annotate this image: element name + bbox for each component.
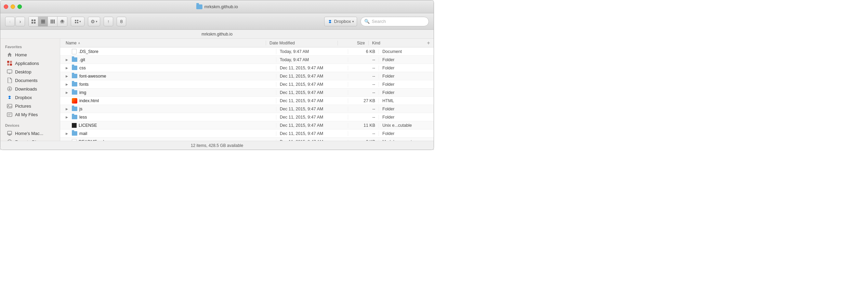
close-button[interactable] bbox=[4, 4, 8, 9]
icon-view-icon bbox=[31, 19, 36, 24]
table-row[interactable]: README.md Dec 11, 2015, 9:47 AM 2 KB Mar… bbox=[60, 138, 434, 141]
svg-rect-4 bbox=[41, 20, 45, 21]
coverflow-view-button[interactable] bbox=[57, 17, 67, 26]
file-date-cell: Dec 11, 2015, 9:47 AM bbox=[276, 66, 348, 70]
file-kind-cell: Folder bbox=[379, 90, 434, 95]
column-view-button[interactable] bbox=[48, 17, 57, 26]
table-row[interactable]: ▶ less Dec 11, 2015, 9:47 AM -- Folder bbox=[60, 113, 434, 121]
file-size-cell: -- bbox=[348, 74, 379, 79]
forward-button[interactable]: › bbox=[15, 17, 25, 26]
sidebar-item-home[interactable]: Home bbox=[2, 51, 58, 59]
table-row[interactable]: ▶ .git Today, 9:47 AM -- Folder bbox=[60, 56, 434, 64]
expand-arrow[interactable]: ▶ bbox=[66, 132, 70, 135]
sidebar-item-dropbox[interactable]: Dropbox bbox=[2, 93, 58, 101]
link-button[interactable] bbox=[117, 17, 126, 26]
svg-rect-3 bbox=[34, 22, 36, 24]
table-row[interactable]: ▶ mail Dec 11, 2015, 9:47 AM -- Folder bbox=[60, 129, 434, 138]
svg-rect-11 bbox=[60, 21, 62, 23]
expand-arrow[interactable]: ▶ bbox=[66, 83, 70, 86]
devices-section-title: Devices bbox=[0, 122, 60, 129]
table-row[interactable]: ▶ css Dec 11, 2015, 9:47 AM -- Folder bbox=[60, 64, 434, 72]
file-date-cell: Dec 11, 2015, 9:47 AM bbox=[276, 98, 348, 103]
add-column-button[interactable]: + bbox=[423, 40, 434, 46]
back-icon: ‹ bbox=[9, 19, 11, 24]
file-kind-cell: Folder bbox=[379, 107, 434, 111]
svg-rect-20 bbox=[7, 61, 9, 63]
sidebar-item-homesmac[interactable]: Home's Mac... bbox=[2, 129, 58, 137]
table-row[interactable]: ▶ font-awesome Dec 11, 2015, 9:47 AM -- … bbox=[60, 72, 434, 80]
table-row[interactable]: index.html Dec 11, 2015, 9:47 AM 27 KB H… bbox=[60, 97, 434, 105]
file-name: css bbox=[79, 66, 86, 70]
svg-rect-2 bbox=[31, 22, 33, 24]
expand-arrow[interactable]: ▶ bbox=[66, 74, 70, 78]
dropbox-button[interactable]: Dropbox ▾ bbox=[324, 17, 357, 26]
sidebar-item-allmyfiles[interactable]: All My Files bbox=[2, 110, 58, 119]
nav-buttons: ‹ › bbox=[5, 17, 25, 26]
sidebar-item-homesmac-label: Home's Mac... bbox=[15, 131, 43, 136]
col-size-header[interactable]: Size bbox=[338, 41, 369, 45]
file-name-cell: ▶ css bbox=[60, 66, 276, 70]
file-rows: .DS_Store Today, 9:47 AM 6 KB Document ▶… bbox=[60, 47, 434, 141]
table-row[interactable]: ▶ fonts Dec 11, 2015, 9:47 AM -- Folder bbox=[60, 80, 434, 88]
expand-arrow[interactable]: ▶ bbox=[66, 66, 70, 70]
list-view-button[interactable] bbox=[38, 17, 48, 26]
file-kind-cell: Folder bbox=[379, 82, 434, 87]
svg-rect-0 bbox=[31, 19, 33, 21]
gear-icon: ⚙ bbox=[91, 19, 95, 24]
applications-icon bbox=[6, 60, 13, 66]
file-date-cell: Dec 11, 2015, 9:47 AM bbox=[276, 82, 348, 87]
expand-arrow[interactable]: ▶ bbox=[66, 91, 70, 94]
expand-arrow[interactable]: ▶ bbox=[66, 107, 70, 111]
sidebar-item-downloads[interactable]: Downloads bbox=[2, 85, 58, 93]
sidebar: Favorites Home Applications bbox=[0, 39, 60, 141]
sidebar-item-documents[interactable]: Documents bbox=[2, 76, 58, 84]
statusbar: 12 items, 428.5 GB available bbox=[0, 141, 434, 150]
minimize-button[interactable] bbox=[11, 4, 15, 9]
sidebar-item-pictures[interactable]: Pictures bbox=[2, 102, 58, 110]
svg-marker-29 bbox=[8, 96, 11, 99]
icon-view-button[interactable] bbox=[29, 17, 38, 26]
expand-arrow[interactable]: ▶ bbox=[66, 58, 70, 62]
sidebar-item-remotedisc[interactable]: Remote Disc bbox=[2, 138, 58, 141]
favorites-section-title: Favorites bbox=[0, 43, 60, 50]
arrange-button[interactable]: ▾ bbox=[71, 17, 84, 26]
svg-rect-30 bbox=[7, 104, 12, 108]
arrange-icon bbox=[75, 19, 79, 24]
file-size-cell: -- bbox=[348, 57, 379, 62]
svg-rect-13 bbox=[61, 23, 64, 24]
sidebar-item-applications[interactable]: Applications bbox=[2, 59, 58, 67]
table-row[interactable]: ▶ js Dec 11, 2015, 9:47 AM -- Folder bbox=[60, 105, 434, 113]
file-name-cell: .DS_Store bbox=[60, 49, 276, 54]
expand-arrow[interactable]: ▶ bbox=[66, 115, 70, 119]
main-area: Favorites Home Applications bbox=[0, 39, 434, 141]
table-row[interactable]: ▶ img Dec 11, 2015, 9:47 AM -- Folder bbox=[60, 88, 434, 97]
folder-icon bbox=[72, 57, 77, 62]
file-name-cell: index.html bbox=[60, 98, 276, 104]
file-date-cell: Today, 9:47 AM bbox=[276, 49, 348, 54]
folder-icon bbox=[72, 107, 77, 111]
maximize-button[interactable] bbox=[17, 4, 22, 9]
file-date-cell: Dec 11, 2015, 9:47 AM bbox=[276, 131, 348, 136]
action-button[interactable]: ⚙ ▾ bbox=[88, 17, 100, 26]
file-name: less bbox=[79, 115, 87, 120]
back-button[interactable]: ‹ bbox=[5, 17, 15, 26]
col-kind-header[interactable]: Kind bbox=[369, 41, 423, 45]
col-name-header[interactable]: Name ∧ bbox=[60, 41, 266, 45]
file-date-cell: Today, 9:47 AM bbox=[276, 57, 348, 62]
sidebar-item-desktop[interactable]: Desktop bbox=[2, 68, 58, 76]
col-date-header[interactable]: Date Modified bbox=[266, 41, 338, 45]
doc-icon bbox=[72, 49, 77, 54]
file-name: js bbox=[79, 107, 82, 111]
file-size-cell: 27 KB bbox=[348, 98, 379, 103]
table-row[interactable]: .DS_Store Today, 9:47 AM 6 KB Document bbox=[60, 47, 434, 56]
search-bar[interactable]: 🔍 Search bbox=[360, 17, 429, 26]
table-row[interactable]: LICENSE Dec 11, 2015, 9:47 AM 11 KB Unix… bbox=[60, 121, 434, 129]
search-icon: 🔍 bbox=[364, 19, 370, 24]
svg-rect-16 bbox=[75, 22, 76, 23]
col-kind-label: Kind bbox=[372, 41, 380, 45]
file-kind-cell: Document bbox=[379, 49, 434, 54]
folder-icon bbox=[72, 115, 77, 119]
statusbar-text: 12 items, 428.5 GB available bbox=[191, 143, 243, 148]
file-size-cell: -- bbox=[348, 115, 379, 120]
share-button[interactable]: ↑ bbox=[104, 17, 113, 26]
